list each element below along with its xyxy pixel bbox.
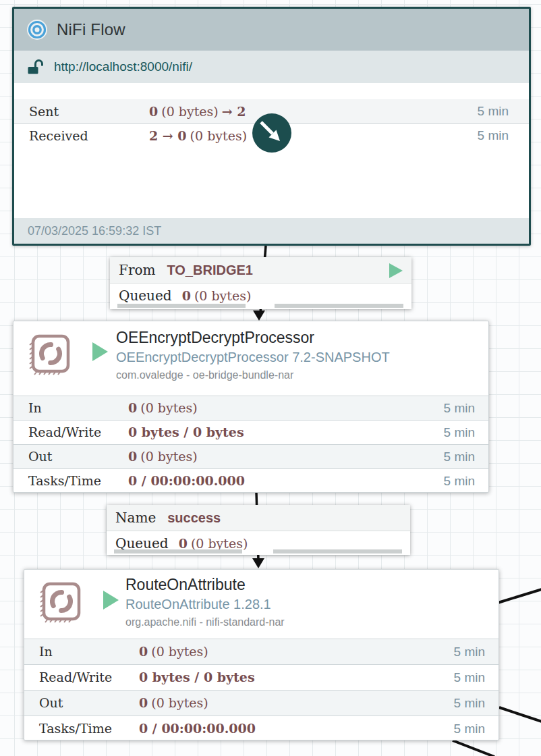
stat-label: Sent — [29, 99, 59, 124]
process-group-url-bar: http://localhost:8000/nifi/ — [14, 51, 529, 83]
queue-indicator-bar — [275, 304, 403, 308]
stat-value: 0 bytes / 0 bytes — [139, 665, 262, 690]
chip-sync-icon — [38, 580, 82, 625]
stat-label: Tasks/Time — [39, 716, 112, 741]
connection-label-success[interactable]: Namesuccess Queued0(0 bytes) — [107, 505, 410, 555]
processor-type-version: OEEncryptDecryptProcessor 7.2-SNAPSHOT — [116, 348, 390, 367]
stat-window: 5 min — [478, 99, 509, 124]
stat-value: 2 → 0(0 bytes) — [149, 124, 254, 148]
stat-label: In — [39, 639, 53, 664]
unlocked-padlock-icon — [28, 59, 44, 75]
stat-value: 0(0 bytes) — [139, 691, 212, 716]
stat-value: 0 / 00:00:00.000 — [139, 716, 262, 741]
process-group-timestamp: 07/03/2025 16:59:32 IST — [14, 218, 529, 244]
connection-source-row: FromTO_BRIDGE1 — [110, 257, 411, 284]
process-group-header: NiFi Flow — [14, 9, 529, 51]
connection-key: Name — [115, 510, 156, 526]
stat-row-out: Out 0(0 bytes) 5 min — [24, 690, 499, 716]
stat-label: Out — [39, 691, 63, 716]
stat-row-sent: Sent 0(0 bytes)→ 2 5 min — [14, 99, 529, 124]
queued-value: 0(0 bytes) — [182, 288, 255, 303]
connection-name-row: Namesuccess — [107, 505, 410, 531]
stat-label: Received — [29, 124, 88, 148]
processor-oeencryptdecrypt[interactable]: OEEncryptDecryptProcessor OEEncryptDecry… — [13, 321, 489, 493]
queue-indicator-bar — [114, 549, 242, 554]
stat-row-tasks-time: Tasks/Time 0 / 00:00:00.000 5 min — [24, 716, 499, 741]
stat-value: 0(0 bytes) — [128, 396, 201, 420]
stat-window: 5 min — [478, 124, 509, 148]
processor-type-version: RouteOnAttribute 1.28.1 — [125, 595, 285, 614]
queue-indicator-bar — [273, 549, 402, 554]
stat-label: In — [28, 396, 42, 420]
processor-header: OEEncryptDecryptProcessor OEEncryptDecry… — [13, 321, 488, 396]
stat-row-received: Received 2 → 0(0 bytes) 5 min — [14, 124, 529, 148]
stat-row-out: Out 0(0 bytes) 5 min — [13, 444, 488, 468]
stat-row-read-write: Read/Write 0 bytes / 0 bytes 5 min — [24, 664, 499, 690]
arrowhead-icon — [252, 558, 264, 568]
stat-value: 0(0 bytes) — [139, 639, 212, 664]
queued-value: 0(0 bytes) — [179, 536, 252, 551]
process-group-stats: Sent 0(0 bytes)→ 2 5 min Received 2 → 0(… — [14, 99, 529, 148]
stat-window: 5 min — [444, 469, 475, 493]
stat-label: Read/Write — [39, 665, 112, 690]
connection-name: TO_BRIDGE1 — [167, 263, 252, 277]
connection-line-route-right-top[interactable] — [498, 589, 541, 603]
play-icon — [389, 263, 403, 278]
stat-label: Tasks/Time — [28, 469, 101, 493]
connection-label-to-bridge1[interactable]: FromTO_BRIDGE1 Queued0(0 bytes) — [110, 257, 411, 309]
stat-row-read-write: Read/Write 0 bytes / 0 bytes 5 min — [13, 420, 488, 444]
stat-window: 5 min — [454, 691, 485, 716]
stat-row-in: In 0(0 bytes) 5 min — [24, 639, 499, 664]
stat-window: 5 min — [444, 421, 475, 444]
stat-row-in: In 0(0 bytes) 5 min — [13, 396, 488, 420]
stat-window: 5 min — [454, 665, 485, 690]
stat-label: Out — [28, 445, 52, 468]
stat-window: 5 min — [444, 445, 475, 468]
connection-name: success — [167, 510, 221, 525]
stat-window: 5 min — [454, 716, 485, 741]
bullseye-icon — [26, 19, 48, 40]
process-group-url[interactable]: http://localhost:8000/nifi/ — [54, 59, 192, 74]
processor-name: RouteOnAttribute — [125, 574, 285, 595]
process-group-title: NiFi Flow — [57, 20, 125, 39]
arrowhead-icon — [253, 310, 265, 321]
process-group-nifi-flow[interactable]: NiFi Flow http://localhost:8000/nifi/ Se… — [12, 7, 531, 246]
run-status-play-icon — [92, 342, 108, 361]
connection-line-route-right-bottom[interactable] — [499, 707, 541, 722]
processor-bundle: org.apache.nifi - nifi-standard-nar — [125, 614, 285, 630]
processor-name: OEEncryptDecryptProcessor — [116, 327, 390, 348]
run-status-play-icon — [103, 591, 119, 610]
queue-indicator-bar — [117, 304, 246, 308]
stat-value: 0 / 00:00:00.000 — [128, 469, 252, 493]
processor-header: RouteOnAttribute RouteOnAttribute 1.28.1… — [24, 570, 499, 639]
stat-value: 0(0 bytes)→ 2 — [149, 99, 249, 124]
stat-label: Read/Write — [28, 421, 101, 444]
stat-value: 0(0 bytes) — [128, 445, 201, 468]
processor-text: OEEncryptDecryptProcessor OEEncryptDecry… — [116, 327, 390, 383]
processor-routeonattribute[interactable]: RouteOnAttribute RouteOnAttribute 1.28.1… — [24, 569, 499, 740]
stat-value: 0 bytes / 0 bytes — [128, 421, 251, 444]
connection-key: From — [119, 262, 155, 278]
stat-window: 5 min — [444, 396, 475, 420]
stat-window: 5 min — [454, 639, 485, 664]
chip-sync-icon — [27, 333, 72, 377]
connection-line-route-bottom[interactable] — [453, 740, 494, 756]
processor-bundle: com.ovaledge - oe-bridge-bundle-nar — [116, 367, 390, 383]
processor-text: RouteOnAttribute RouteOnAttribute 1.28.1… — [125, 574, 285, 630]
stat-row-tasks-time: Tasks/Time 0 / 00:00:00.000 5 min — [13, 468, 488, 493]
queued-label: Queued — [119, 288, 172, 304]
